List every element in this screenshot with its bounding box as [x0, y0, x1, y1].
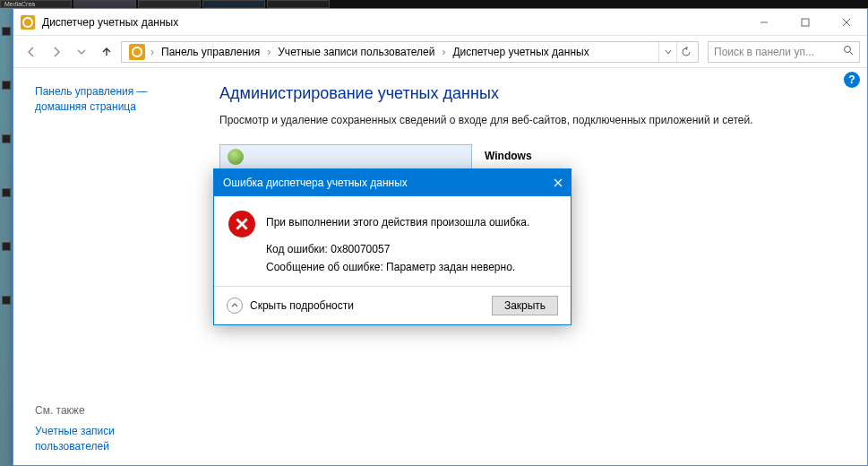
taskbar-tab[interactable]: [73, 0, 136, 8]
address-bar: › Панель управления › Учетные записи пол…: [13, 36, 867, 68]
nav-recent-button[interactable]: [71, 41, 92, 63]
svg-rect-1: [802, 19, 809, 26]
see-also-header: См. также: [35, 404, 187, 417]
hide-details-label[interactable]: Скрыть подробности: [250, 299, 485, 312]
app-icon: [21, 15, 35, 30]
dialog-close-action-button[interactable]: Закрыть: [492, 296, 558, 315]
error-code-line: Код ошибки: 0x80070057: [266, 241, 529, 257]
chevron-right-icon[interactable]: ›: [265, 46, 272, 58]
nav-forward-button[interactable]: [46, 41, 67, 63]
error-headline: При выполнении этого действия произошла …: [266, 214, 529, 230]
tile-label-suffix: Windows: [485, 150, 532, 162]
hide-details-toggle[interactable]: [227, 298, 243, 314]
location-icon: [129, 44, 145, 60]
address-dropdown-button[interactable]: [658, 42, 676, 62]
dialog-title: Ошибка диспетчера учетных данных: [223, 177, 408, 189]
dialog-titlebar[interactable]: Ошибка диспетчера учетных данных: [214, 169, 571, 196]
breadcrumb-segment[interactable]: Учетные записи пользователей: [272, 46, 440, 58]
error-icon: [228, 211, 255, 237]
breadcrumb-segment[interactable]: Диспетчер учетных данных: [447, 46, 594, 58]
breadcrumb-segment[interactable]: Панель управления: [156, 46, 265, 58]
chevron-right-icon[interactable]: ›: [149, 46, 156, 58]
window-titlebar[interactable]: Диспетчер учетных данных: [13, 9, 867, 36]
page-heading: Администрирование учетных данных: [219, 84, 831, 103]
see-also-link[interactable]: Учетные записи пользователей: [35, 424, 187, 454]
refresh-button[interactable]: [676, 42, 694, 62]
search-input[interactable]: Поиск в панели уп...: [708, 41, 860, 63]
desktop-icon[interactable]: [2, 81, 11, 90]
chevron-right-icon[interactable]: ›: [440, 46, 447, 58]
taskbar-tab[interactable]: [138, 0, 201, 8]
error-dialog: Ошибка диспетчера учетных данных При вып…: [213, 168, 572, 325]
error-message-line: Сообщение об ошибке: Параметр задан неве…: [266, 259, 529, 275]
globe-icon: [228, 149, 244, 165]
control-panel-home-link[interactable]: Панель управления — домашняя страница: [35, 84, 187, 115]
breadcrumb[interactable]: › Панель управления › Учетные записи пол…: [121, 41, 699, 63]
maximize-button[interactable]: [785, 9, 826, 36]
taskbar: MediaCrea: [0, 0, 868, 8]
dialog-close-button[interactable]: [546, 169, 571, 196]
taskbar-tab[interactable]: [202, 0, 265, 8]
desktop-icon[interactable]: [2, 134, 11, 143]
nav-back-button[interactable]: [21, 41, 42, 63]
page-description: Просмотр и удаление сохраненных сведений…: [219, 112, 793, 128]
desktop-icon[interactable]: [2, 188, 11, 197]
taskbar-tab[interactable]: MediaCrea: [0, 0, 72, 8]
svg-point-4: [845, 47, 851, 53]
sidebar: Панель управления — домашняя страница См…: [13, 68, 202, 465]
taskbar-tab[interactable]: [267, 0, 330, 8]
close-button[interactable]: [826, 9, 867, 36]
minimize-button[interactable]: [743, 9, 785, 36]
desktop-icon[interactable]: [2, 242, 11, 251]
windows-credentials-tile[interactable]: Windows: [485, 144, 532, 169]
desktop-icons-strip: [0, 27, 13, 350]
desktop-icon[interactable]: [2, 27, 11, 36]
svg-line-5: [850, 52, 853, 55]
web-credentials-tile[interactable]: [219, 144, 472, 169]
desktop-icon[interactable]: [2, 296, 11, 305]
search-icon[interactable]: [843, 45, 854, 58]
search-placeholder: Поиск в панели уп...: [714, 46, 843, 58]
window-title: Диспетчер учетных данных: [42, 16, 178, 29]
nav-up-button[interactable]: [96, 41, 117, 63]
